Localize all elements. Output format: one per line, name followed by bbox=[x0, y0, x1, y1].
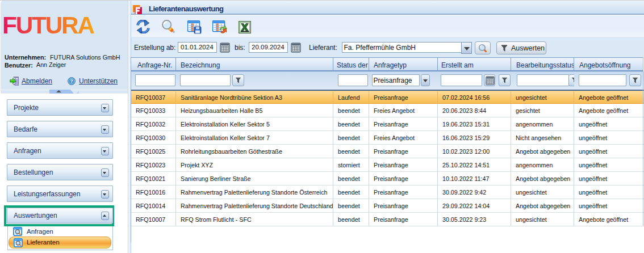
svg-text:?: ? bbox=[70, 78, 73, 84]
